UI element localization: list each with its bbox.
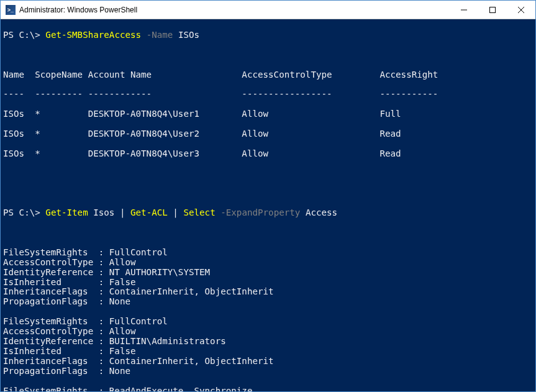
acl-value: FullControl: [109, 247, 168, 257]
acl-row: IdentityReference: BUILTIN\Administrator…: [3, 337, 533, 347]
table-row: ISOs*DESKTOP-A0TN8Q4\User2AllowRead: [3, 129, 533, 139]
svg-rect-1: [490, 7, 496, 12]
close-icon: [518, 7, 524, 13]
acl-sep: :: [99, 297, 109, 307]
acl-value: False: [109, 277, 136, 287]
minimize-icon: [461, 7, 467, 13]
minimize-button[interactable]: [450, 1, 478, 19]
col-scope: ScopeName: [35, 70, 88, 80]
vertical-scrollbar[interactable]: [525, 19, 535, 391]
acl-key: IsInherited: [3, 278, 99, 288]
prompt: PS C:\>: [3, 207, 45, 217]
blank-line: [3, 376, 533, 386]
acl-output: FileSystemRights: FullControlAccessContr…: [3, 248, 533, 391]
command-line-2: PS C:\> Get-Item Isos | Get-ACL | Select…: [3, 208, 533, 218]
acl-row: AccessControlType: Allow: [3, 327, 533, 337]
acl-key: IdentityReference: [3, 268, 99, 278]
blank-line: [3, 169, 533, 179]
acl-value: False: [109, 346, 136, 356]
blank-line: [3, 307, 533, 317]
acl-sep: :: [99, 287, 109, 297]
acl-sep: :: [99, 317, 109, 327]
acl-sep: :: [99, 278, 109, 288]
acl-value: NT AUTHORITY\SYSTEM: [109, 267, 210, 277]
blank-line: [3, 188, 533, 198]
acl-value: None: [109, 296, 130, 306]
acl-sep: :: [99, 268, 109, 278]
blank-line: [3, 50, 533, 60]
acl-sep: :: [99, 327, 109, 337]
acl-value: ContainerInherit, ObjectInherit: [109, 286, 274, 296]
acl-key: PropagationFlags: [3, 297, 99, 307]
cmdlet: Select: [178, 207, 216, 217]
col-account: Account Name: [88, 70, 242, 80]
titlebar[interactable]: >_ Administrator: Windows PowerShell: [1, 1, 535, 19]
cmdlet: Get-ACL: [125, 207, 173, 217]
acl-row: PropagationFlags: None: [3, 367, 533, 376]
acl-row: InheritanceFlags: ContainerInherit, Obje…: [3, 287, 533, 297]
acl-row: InheritanceFlags: ContainerInherit, Obje…: [3, 357, 533, 367]
acl-value: ContainerInherit, ObjectInherit: [109, 356, 274, 366]
acl-key: FileSystemRights: [3, 248, 99, 258]
acl-key: AccessControlType: [3, 327, 99, 337]
acl-key: AccessControlType: [3, 258, 99, 268]
pipe: |: [173, 207, 178, 217]
acl-sep: :: [99, 367, 109, 376]
blank-line: [3, 228, 533, 238]
acl-row: IsInherited: False: [3, 347, 533, 357]
col-right: AccessRight: [379, 70, 438, 80]
acl-key: FileSystemRights: [3, 317, 99, 327]
arg: Isos: [88, 207, 120, 217]
acl-row: AccessControlType: Allow: [3, 258, 533, 268]
acl-value: BUILTIN\Administrators: [109, 336, 226, 346]
window-title: Administrator: Windows PowerShell: [19, 6, 137, 14]
acl-sep: :: [99, 357, 109, 367]
acl-row: FileSystemRights: ReadAndExecute, Synchr…: [3, 386, 533, 391]
powershell-window: >_ Administrator: Windows PowerShell PS …: [0, 0, 536, 392]
powershell-icon: >_: [6, 5, 16, 15]
table-divider: ----------------------------------------…: [3, 89, 533, 99]
acl-row: IsInherited: False: [3, 278, 533, 288]
acl-row: FileSystemRights: FullControl: [3, 248, 533, 258]
acl-sep: :: [99, 386, 109, 391]
param-name: -ExpandProperty: [216, 207, 301, 217]
acl-sep: :: [99, 337, 109, 347]
close-button[interactable]: [507, 1, 535, 19]
acl-value: FullControl: [109, 316, 168, 326]
acl-sep: :: [99, 347, 109, 357]
acl-value: ReadAndExecute, Synchronize: [109, 386, 253, 391]
col-act: AccessControlType: [242, 70, 379, 80]
command-line-1: PS C:\> Get-SMBShareAccess -Name ISOs: [3, 30, 533, 40]
terminal-area[interactable]: PS C:\> Get-SMBShareAccess -Name ISOs Na…: [1, 19, 535, 391]
maximize-button[interactable]: [478, 1, 507, 19]
acl-key: InheritanceFlags: [3, 287, 99, 297]
acl-key: FileSystemRights: [3, 386, 99, 391]
acl-key: IsInherited: [3, 347, 99, 357]
cmdlet: Get-Item: [45, 207, 88, 217]
acl-row: IdentityReference: NT AUTHORITY\SYSTEM: [3, 268, 533, 278]
acl-key: IdentityReference: [3, 337, 99, 347]
acl-row: PropagationFlags: None: [3, 297, 533, 307]
table-header: NameScopeNameAccount NameAccessControlTy…: [3, 70, 533, 80]
col-name: Name: [3, 70, 35, 80]
acl-row: FileSystemRights: FullControl: [3, 317, 533, 327]
table-row: ISOs*DESKTOP-A0TN8Q4\User3AllowRead: [3, 149, 533, 159]
acl-sep: :: [99, 258, 109, 268]
acl-key: PropagationFlags: [3, 367, 99, 376]
acl-value: Allow: [109, 257, 136, 267]
cmdlet: Get-SMBShareAccess: [45, 30, 141, 40]
param-name: -Name: [141, 30, 173, 40]
maximize-icon: [489, 7, 496, 13]
table-row: ISOs*DESKTOP-A0TN8Q4\User1AllowFull: [3, 109, 533, 119]
arg: Access: [300, 207, 337, 217]
param-arg: ISOs: [173, 30, 199, 40]
prompt: PS C:\>: [3, 30, 45, 40]
acl-sep: :: [99, 248, 109, 258]
acl-value: Allow: [109, 326, 136, 336]
acl-value: None: [109, 366, 130, 376]
acl-key: InheritanceFlags: [3, 357, 99, 367]
